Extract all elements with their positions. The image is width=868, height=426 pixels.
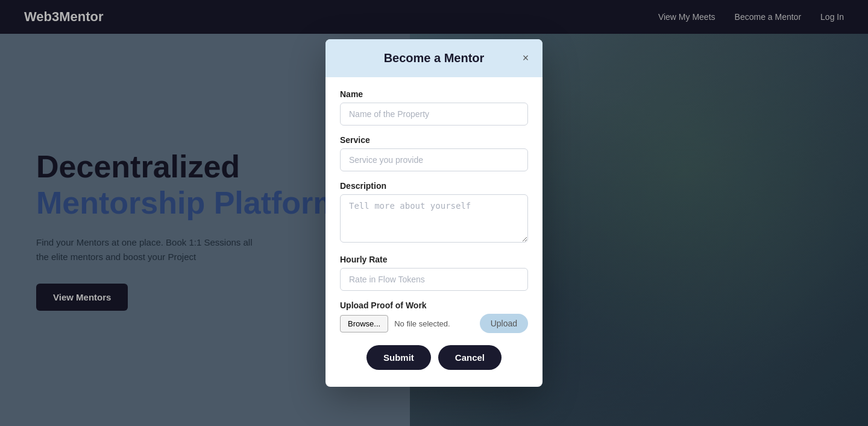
hourly-rate-label: Hourly Rate xyxy=(340,255,528,264)
modal-footer: Submit Cancel xyxy=(340,345,528,372)
description-field-group: Description xyxy=(340,181,528,245)
name-field-group: Name xyxy=(340,89,528,126)
cancel-button[interactable]: Cancel xyxy=(438,345,502,370)
modal-overlay: Become a Mentor × Name Service Descripti… xyxy=(0,0,868,426)
name-input[interactable] xyxy=(340,103,528,126)
file-status: No file selected. xyxy=(394,319,450,328)
service-field-group: Service xyxy=(340,135,528,171)
description-label: Description xyxy=(340,181,528,191)
modal-header: Become a Mentor × xyxy=(326,39,542,77)
hourly-rate-field-group: Hourly Rate xyxy=(340,255,528,291)
submit-button[interactable]: Submit xyxy=(366,345,431,370)
upload-row: Browse... No file selected. Upload xyxy=(340,314,528,333)
name-label: Name xyxy=(340,89,528,99)
modal-close-button[interactable]: × xyxy=(518,51,533,66)
modal-title: Become a Mentor xyxy=(340,51,528,65)
upload-label: Upload Proof of Work xyxy=(340,300,528,310)
upload-section: Upload Proof of Work Browse... No file s… xyxy=(340,300,528,333)
browse-button[interactable]: Browse... xyxy=(340,315,388,332)
description-textarea[interactable] xyxy=(340,194,528,243)
modal-body: Name Service Description Hourly Rate Upl… xyxy=(326,77,542,387)
service-input[interactable] xyxy=(340,148,528,171)
hourly-rate-input[interactable] xyxy=(340,268,528,291)
become-mentor-modal: Become a Mentor × Name Service Descripti… xyxy=(326,39,542,387)
service-label: Service xyxy=(340,135,528,145)
upload-button[interactable]: Upload xyxy=(480,314,528,333)
